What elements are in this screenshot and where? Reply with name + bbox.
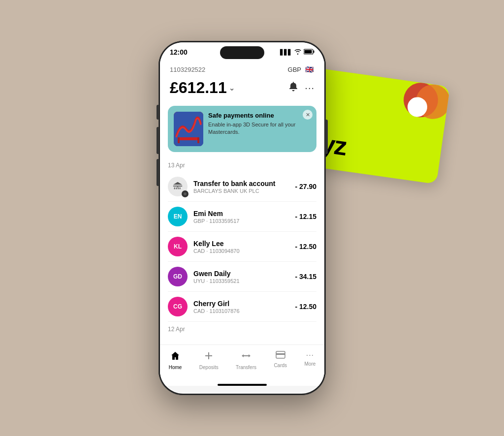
- transaction-name: Emi Nem: [193, 210, 289, 218]
- transaction-sub: GBP · 1103359517: [193, 218, 289, 224]
- nav-label-more: More: [304, 361, 315, 367]
- svg-point-7: [184, 192, 187, 195]
- header-actions: ···: [289, 82, 315, 94]
- transaction-item[interactable]: GD Gwen Daily UYU · 1103359521 - 34.15: [168, 262, 316, 292]
- transaction-info: Gwen Daily UYU · 1103359521: [193, 270, 289, 284]
- transaction-sub: UYU · 1103359521: [193, 278, 289, 284]
- transaction-name: Transfer to bank account: [193, 180, 289, 187]
- transaction-item[interactable]: KL Kelly Lee CAD · 1103094870 - 12.50: [168, 232, 316, 262]
- transaction-info: Kelly Lee CAD · 1103094870: [193, 240, 289, 254]
- account-row: 1103292522 GBP 🇬🇧: [170, 64, 315, 75]
- currency-badge[interactable]: GBP 🇬🇧: [288, 64, 315, 75]
- nav-label-transfers: Transfers: [236, 365, 256, 370]
- transaction-item[interactable]: Transfer to bank account BARCLAYS BANK U…: [168, 172, 316, 202]
- transaction-sub: CAD · 1103107876: [193, 308, 289, 314]
- transaction-item[interactable]: CG Cherry Girl CAD · 1103107876 - 12.50: [168, 292, 316, 322]
- status-bar: 12:00 ▋▋▋: [160, 42, 324, 59]
- svg-rect-2: [305, 50, 312, 54]
- nav-label-deposits: Deposits: [199, 365, 219, 370]
- status-icons: ▋▋▋: [280, 49, 315, 56]
- transaction-amount: - 12.50: [295, 303, 316, 311]
- balance-row: £612.11 ⌄ ···: [170, 79, 315, 97]
- transaction-amount: - 34.15: [295, 273, 316, 280]
- volume-down-button: [157, 159, 158, 186]
- date-header-13apr: 13 Apr: [168, 162, 316, 169]
- nav-item-transfers[interactable]: Transfers: [232, 349, 260, 372]
- bottom-nav: Home Deposits: [160, 344, 324, 382]
- nav-label-cards: Cards: [274, 363, 287, 368]
- deposits-icon: [204, 351, 214, 363]
- svg-rect-11: [276, 353, 285, 355]
- svg-rect-4: [179, 137, 198, 140]
- transaction-name: Kelly Lee: [193, 240, 289, 248]
- nav-item-home[interactable]: Home: [165, 349, 186, 372]
- nav-item-more[interactable]: ··· More: [300, 349, 319, 372]
- transaction-amount: - 12.15: [295, 213, 316, 220]
- balance-amount[interactable]: £612.11 ⌄: [170, 79, 235, 97]
- svg-rect-5: [178, 137, 180, 143]
- bank-badge: [182, 190, 189, 197]
- banner-title: Safe payments online: [208, 112, 311, 119]
- phone-screen: 12:00 ▋▋▋: [160, 42, 324, 394]
- promo-banner: Safe payments online Enable in-app 3D Se…: [168, 106, 316, 152]
- wifi-icon: [294, 49, 301, 56]
- volume-up-button: [157, 127, 158, 154]
- battery-icon: [304, 49, 315, 56]
- transaction-sub: BARCLAYS BANK UK PLC: [193, 188, 289, 194]
- transaction-item[interactable]: EN Emi Nem GBP · 1103359517 - 12.15: [168, 202, 316, 232]
- banner-close-button[interactable]: ✕: [303, 110, 313, 120]
- transaction-info: Emi Nem GBP · 1103359517: [193, 210, 289, 224]
- transaction-amount: - 12.50: [295, 243, 316, 250]
- transaction-info: Transfer to bank account BARCLAYS BANK U…: [193, 180, 289, 194]
- transaction-avatar-cg: CG: [168, 297, 188, 316]
- transfers-icon: [241, 351, 251, 363]
- transaction-sub: CAD · 1103094870: [193, 248, 289, 254]
- account-number: 1103292522: [170, 66, 205, 73]
- svg-rect-6: [197, 137, 199, 143]
- more-icon[interactable]: ···: [305, 82, 315, 93]
- date-header-12apr: 12 Apr: [168, 326, 316, 333]
- transaction-avatar-en: EN: [168, 207, 188, 226]
- banner-image: [174, 112, 203, 146]
- balance-value: £612.11: [170, 79, 227, 97]
- mute-button: [157, 105, 158, 120]
- transactions-list: 13 Apr: [160, 158, 324, 344]
- transaction-name: Cherry Girl: [193, 300, 289, 308]
- nav-item-deposits[interactable]: Deposits: [195, 349, 222, 372]
- signal-icon: ▋▋▋: [280, 49, 292, 56]
- phone: 12:00 ▋▋▋: [158, 41, 326, 395]
- transaction-name: Gwen Daily: [193, 270, 289, 278]
- nav-item-cards[interactable]: Cards: [270, 349, 291, 372]
- bell-icon[interactable]: [289, 82, 298, 94]
- home-icon: [170, 351, 180, 363]
- chevron-down-icon: ⌄: [229, 84, 235, 92]
- home-indicator: [218, 384, 267, 386]
- dynamic-island: [220, 46, 264, 59]
- flag-icon: 🇬🇧: [304, 64, 315, 75]
- app-header: 1103292522 GBP 🇬🇧 £612.11 ⌄: [160, 59, 324, 106]
- transaction-avatar-bank: [168, 177, 188, 196]
- nav-label-home: Home: [169, 365, 182, 370]
- power-button: [326, 120, 328, 154]
- svg-rect-1: [314, 51, 315, 53]
- cards-icon: [276, 351, 285, 361]
- currency-code: GBP: [288, 66, 301, 73]
- app-screen: 1103292522 GBP 🇬🇧 £612.11 ⌄: [160, 59, 324, 386]
- transaction-amount: - 27.90: [295, 183, 316, 190]
- transaction-avatar-gd: GD: [168, 267, 188, 286]
- more-dots-icon: ···: [306, 351, 314, 360]
- banner-subtitle: Enable in-app 3D Secure for all your Mas…: [208, 121, 311, 136]
- scene: payz 12:00 ▋▋▋: [31, 16, 473, 420]
- status-time: 12:00: [170, 48, 188, 56]
- banner-content: Safe payments online Enable in-app 3D Se…: [208, 112, 311, 146]
- transaction-avatar-kl: KL: [168, 237, 188, 256]
- transaction-info: Cherry Girl CAD · 1103107876: [193, 300, 289, 314]
